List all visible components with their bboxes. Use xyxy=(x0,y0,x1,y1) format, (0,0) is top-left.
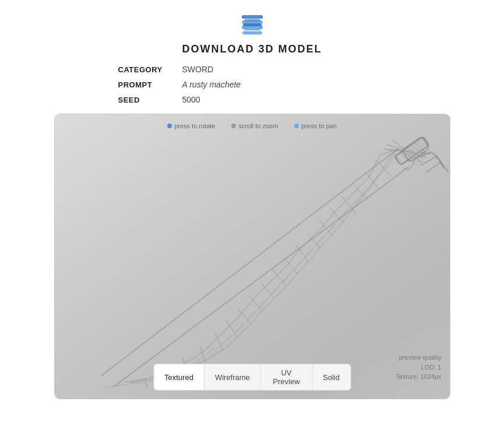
category-label: CATEGORY xyxy=(118,65,182,74)
info-table: CATEGORY SWORD PROMPT A rusty machete SE… xyxy=(89,65,415,104)
category-row: CATEGORY SWORD xyxy=(89,65,415,74)
category-value: SWORD xyxy=(182,65,214,74)
wireframe-button[interactable]: Wireframe xyxy=(205,364,261,390)
3d-viewer[interactable]: press to rotate scroll to zoom press to … xyxy=(54,114,450,399)
uv-preview-button[interactable]: UV Preview xyxy=(261,364,312,390)
textured-button[interactable]: Textured xyxy=(154,364,205,390)
pan-hint-text: press to pan xyxy=(301,122,337,129)
view-mode-buttons: Textured Wireframe UV Preview Solid xyxy=(153,364,351,391)
zoom-hint-dot xyxy=(231,124,236,128)
svg-rect-9 xyxy=(55,114,449,399)
quality-label: preview quality xyxy=(396,353,441,363)
texture-label: Texture: 1024px xyxy=(396,372,441,382)
pan-hint-dot xyxy=(294,124,299,128)
solid-button[interactable]: Solid xyxy=(312,364,350,390)
seed-value: 5000 xyxy=(182,95,200,104)
pan-hint: press to pan xyxy=(294,122,337,129)
page-title: DOWNLOAD 3D MODEL xyxy=(182,43,322,55)
watermark: 51CTO博客 xyxy=(396,383,441,391)
prompt-value: A rusty machete xyxy=(182,80,241,89)
logo-icon xyxy=(238,10,266,38)
rotate-hint: press to rotate xyxy=(167,122,215,129)
prompt-row: PROMPT A rusty machete xyxy=(89,80,415,89)
rotate-hint-text: press to rotate xyxy=(174,122,215,129)
svg-rect-6 xyxy=(243,23,262,26)
svg-rect-8 xyxy=(243,31,262,34)
seed-row: SEED 5000 xyxy=(89,95,415,104)
page-header: DOWNLOAD 3D MODEL xyxy=(182,10,322,55)
zoom-hint: scroll to zoom xyxy=(231,122,278,129)
rotate-hint-dot xyxy=(167,124,172,128)
svg-rect-7 xyxy=(244,27,260,30)
svg-rect-4 xyxy=(243,15,262,18)
zoom-hint-text: scroll to zoom xyxy=(238,122,278,129)
seed-label: SEED xyxy=(118,96,182,104)
prompt-label: PROMPT xyxy=(118,80,182,89)
sword-wireframe xyxy=(55,114,450,399)
svg-rect-5 xyxy=(244,19,260,22)
lod-label: LOD: 1 xyxy=(396,363,441,372)
quality-info: preview quality LOD: 1 Texture: 1024px 5… xyxy=(396,353,441,391)
viewer-hints: press to rotate scroll to zoom press to … xyxy=(55,122,450,129)
